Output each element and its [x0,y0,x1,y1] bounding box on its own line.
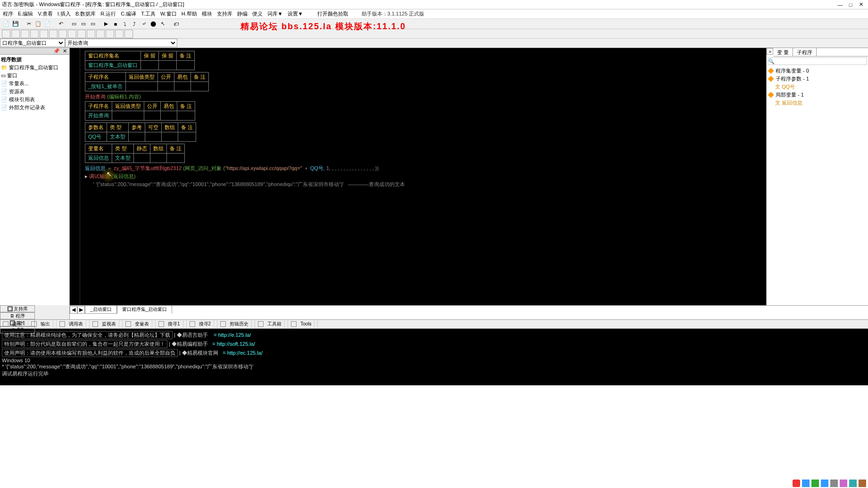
btab-vartable[interactable]: 变量表 [123,320,156,328]
tab-scroll-left[interactable]: ◀ [70,306,77,314]
tray-mic-icon[interactable] [821,480,828,487]
menu-db[interactable]: B.数据库 [74,9,98,18]
tool-cursor-icon[interactable]: ↖ [158,20,167,28]
menu-edit[interactable]: E.编辑 [16,9,35,18]
var-search-input[interactable] [768,57,867,65]
layout-btn-14[interactable] [124,30,133,38]
lefttab-support[interactable]: 🔲 支持库 [0,305,35,312]
output-console[interactable]: 使用注意：精易模块纯绿色，为了确保安全，请务必到【精易论坛】下载 | ◆易语言助… [0,329,868,385]
btab-watch[interactable]: 监视表 [90,320,123,328]
lefttab-program[interactable]: 🗎 程序 [0,312,35,319]
code-line-debug[interactable]: ▸ 调试输出 (返回信息) [85,173,761,180]
tool-break-icon[interactable]: ⬤ [149,20,157,28]
layout-btn-3[interactable] [21,30,29,38]
menu-compile[interactable]: C.编译 [119,9,138,18]
btab-calltable[interactable]: 调用表 [57,320,90,328]
close-button[interactable]: ✕ [856,1,866,8]
btab-search2[interactable]: 搜寻2 [187,320,218,328]
tray-kbd-icon[interactable] [830,480,838,487]
layout-btn-1[interactable] [2,30,10,38]
maximize-button[interactable]: □ [845,2,856,8]
tray-skin-icon[interactable] [840,480,847,487]
menu-colorpick[interactable]: 打开颜色拾取 [315,9,350,18]
tray-punct-icon[interactable] [811,480,819,487]
layout-btn-2[interactable] [11,30,20,38]
menu-run[interactable]: R.运行 [99,9,118,18]
code-line-call1[interactable]: 开始查询 (编辑框1.内容) [85,93,761,100]
vtree-procvar[interactable]: 🔶 程序集变量 - 0 [768,67,867,75]
vtree-subparam[interactable]: 🔶 子程序参数 - 1 [768,75,867,83]
tool-step-icon[interactable]: ⤵ [121,20,129,28]
right-collapse-button[interactable]: » [767,48,773,55]
layout-btn-8[interactable] [68,30,76,38]
btab-search1[interactable]: 搜寻1 [156,320,187,328]
menu-help[interactable]: H.帮助 [180,9,199,18]
btab-clip[interactable]: 剪辑历史 [217,320,255,328]
tree-item-const[interactable]: 📄 常量表... [1,80,68,88]
tool-undo-icon[interactable]: ↶ [57,20,65,28]
btab-hint[interactable]: 提示 [0,320,28,328]
layout-btn-10[interactable] [87,30,95,38]
minimize-button[interactable]: — [835,2,845,8]
layout-btn-5[interactable] [40,30,48,38]
tool-stepout-icon[interactable]: ⤶ [140,20,148,28]
tab-vars[interactable]: 变 量 [773,48,793,56]
tree-item-procset[interactable]: 📁 窗口程序集_启动窗口 [1,64,68,72]
btab-tools[interactable]: Tools [288,320,318,328]
combo-sub[interactable]: 开始查询 [65,39,177,47]
menu-program[interactable]: 程序 [1,9,15,18]
tool-tag-icon[interactable]: 🏷 [172,20,180,28]
var-tree[interactable]: 🔶 程序集变量 - 0 🔶 子程序参数 - 1 文 QQ号 🔶 局部变量 - 1… [767,66,868,108]
project-tree[interactable]: 程序数据 📁 窗口程序集_启动窗口 ▭ 窗口 📄 常量表... 📄 资源表 📄 … [0,55,69,113]
tray-gear-icon[interactable] [849,480,857,487]
tool-win3-icon[interactable]: ▭ [89,20,97,28]
btab-toolbox[interactable]: 工具箱 [255,320,288,328]
menu-insert[interactable]: I.插入 [56,9,73,18]
menu-support[interactable]: 支持库 [215,9,234,18]
vtree-localvar[interactable]: 🔶 局部变量 - 1 [768,91,867,99]
menu-module[interactable]: 模块 [200,9,214,18]
tool-paste-icon[interactable]: 📄 [43,20,52,28]
menu-view[interactable]: V.查看 [36,9,54,18]
vtree-qq[interactable]: 文 QQ号 [768,83,867,91]
tool-stepover-icon[interactable]: ⤴ [130,20,139,28]
layout-btn-13[interactable] [115,30,124,38]
tray-ime-icon[interactable] [802,480,810,487]
code-editor[interactable]: 窗口程序集名保 留保 留备 注 窗口程序集_启动窗口 子程序名返回值类型公开易包… [80,48,766,305]
layout-btn-12[interactable] [106,30,114,38]
tab-scroll-right[interactable]: ▶ [77,306,85,314]
left-close-icon[interactable]: ✕ [61,48,68,54]
menu-tools[interactable]: T.工具 [139,9,157,18]
tool-save-icon[interactable]: 💾 [11,20,20,28]
tree-item-modref[interactable]: 📄 模块引用表 [1,96,68,104]
layout-btn-7[interactable] [58,30,67,38]
code-line-comment[interactable]: ' '{"status":200,"message":"查询成功","qq":"… [85,181,761,188]
combo-procset[interactable]: 口程序集_启动窗口 [0,39,65,47]
layout-btn-6[interactable] [49,30,58,38]
tray-tool-icon[interactable] [859,480,866,487]
code-line-assign[interactable]: 返回信息 ＝ zy_编码_字节集utf8到gb2312 (网页_访问_对象 ("… [85,165,761,172]
tool-run-icon[interactable]: ▶ [102,20,110,28]
menu-dict[interactable]: 词库▼ [265,9,285,18]
tray-sogou-icon[interactable] [793,480,800,487]
tree-item-window[interactable]: ▭ 窗口 [1,72,68,80]
menu-static[interactable]: 静编 [235,9,249,18]
tool-new-icon[interactable]: 📄 [2,20,10,28]
layout-btn-4[interactable] [30,30,39,38]
menu-conv[interactable]: 便义 [250,9,265,18]
vtree-retinfo[interactable]: 文 返回信息 [768,99,867,107]
tree-root[interactable]: 程序数据 [1,56,68,64]
menu-window[interactable]: W.窗口 [158,9,179,18]
tool-win1-icon[interactable]: ▭ [70,20,78,28]
menu-settings[interactable]: 设置▼ [286,9,305,18]
btab-output[interactable]: 输出 [28,320,57,328]
left-pin-icon[interactable]: 📌 [52,48,61,54]
tool-copy-icon[interactable]: 📋 [34,20,42,28]
tool-cut-icon[interactable]: ✂ [25,20,33,28]
tool-stop-icon[interactable]: ■ [111,20,120,28]
tool-win2-icon[interactable]: ▭ [79,20,88,28]
editor-tab-procset[interactable]: 窗口程序集_启动窗口 [117,305,173,314]
tab-subs[interactable]: 子程序 [793,48,817,56]
tree-item-extfile[interactable]: 📄 外部文件记录表 [1,104,68,112]
layout-btn-9[interactable] [77,30,86,38]
